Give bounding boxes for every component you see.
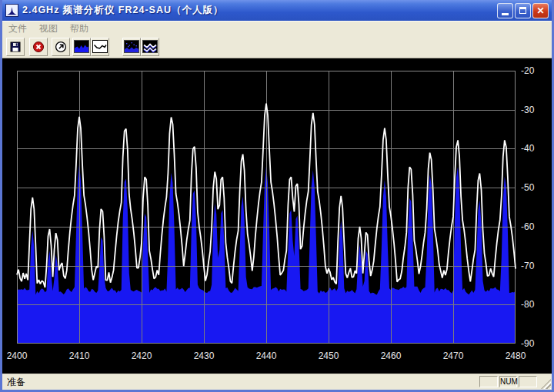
menu-view[interactable]: 视图 xyxy=(33,22,64,35)
y-tick-label: -40 xyxy=(521,143,535,154)
titlebar[interactable]: 2.4GHz 频谱分析仪 FR24-SAU（个人版） ✕ xyxy=(2,0,552,21)
line-spectrum-icon xyxy=(92,40,108,53)
spectrum-chart: 240024102420243024402450246024702480-20-… xyxy=(2,58,552,374)
status-panel-2 xyxy=(519,376,537,387)
spectrum-display: 240024102420243024402450246024702480-20-… xyxy=(2,58,552,374)
x-tick-label: 2410 xyxy=(69,350,90,361)
spectrum-peak-icon xyxy=(6,5,18,16)
waterfall-lines-icon xyxy=(142,40,158,53)
x-tick-label: 2450 xyxy=(319,350,339,361)
x-tick-label: 2440 xyxy=(256,350,277,361)
y-tick-label: -80 xyxy=(521,299,535,310)
status-panel-1 xyxy=(479,376,498,387)
circle-arrow-icon xyxy=(55,41,67,53)
close-button[interactable]: ✕ xyxy=(532,3,549,18)
close-icon: ✕ xyxy=(536,6,544,15)
waterfall-dots-mode-button[interactable] xyxy=(122,38,141,56)
toolbar xyxy=(2,35,552,58)
red-circle-x-icon xyxy=(32,41,45,53)
menubar: 文件 视图 帮助 xyxy=(2,21,552,35)
minimize-icon xyxy=(502,13,509,15)
menu-file[interactable]: 文件 xyxy=(2,22,33,35)
x-tick-label: 2400 xyxy=(7,350,28,361)
waterfall-lines-mode-button[interactable] xyxy=(141,38,159,56)
y-tick-label: -70 xyxy=(521,261,535,271)
window-title: 2.4GHz 频谱分析仪 FR24-SAU（个人版） xyxy=(22,4,497,17)
x-tick-label: 2430 xyxy=(194,350,215,361)
waterfall-dots-icon xyxy=(124,40,139,53)
x-tick-label: 2460 xyxy=(381,350,402,361)
app-icon[interactable] xyxy=(5,4,18,17)
display-line-mode-button[interactable] xyxy=(91,38,109,56)
window-controls: ✕ xyxy=(497,3,549,18)
run-button[interactable] xyxy=(52,38,70,56)
floppy-disk-icon xyxy=(9,41,22,53)
y-tick-label: -30 xyxy=(521,105,535,115)
statusbar: 准备 NUM xyxy=(2,374,552,390)
display-fill-mode-button[interactable] xyxy=(72,38,91,56)
x-tick-label: 2470 xyxy=(443,350,464,361)
save-button[interactable] xyxy=(6,38,25,56)
filled-spectrum-icon xyxy=(74,40,89,53)
x-tick-label: 2420 xyxy=(132,350,152,361)
status-panel-num: NUM xyxy=(499,376,517,387)
minimize-button[interactable] xyxy=(497,3,513,18)
app-window: 2.4GHz 频谱分析仪 FR24-SAU（个人版） ✕ 文件 视图 帮助 xyxy=(0,0,554,392)
resize-grip[interactable] xyxy=(541,379,551,389)
stop-button[interactable] xyxy=(29,38,48,56)
y-tick-label: -90 xyxy=(521,338,535,349)
x-tick-label: 2480 xyxy=(506,350,526,361)
menu-help[interactable]: 帮助 xyxy=(64,22,95,35)
y-tick-label: -20 xyxy=(521,65,535,76)
maximize-button[interactable] xyxy=(515,3,531,18)
y-tick-label: -50 xyxy=(521,182,535,193)
status-text: 准备 xyxy=(7,376,25,389)
maximize-icon xyxy=(519,7,526,14)
y-tick-label: -60 xyxy=(521,221,535,232)
